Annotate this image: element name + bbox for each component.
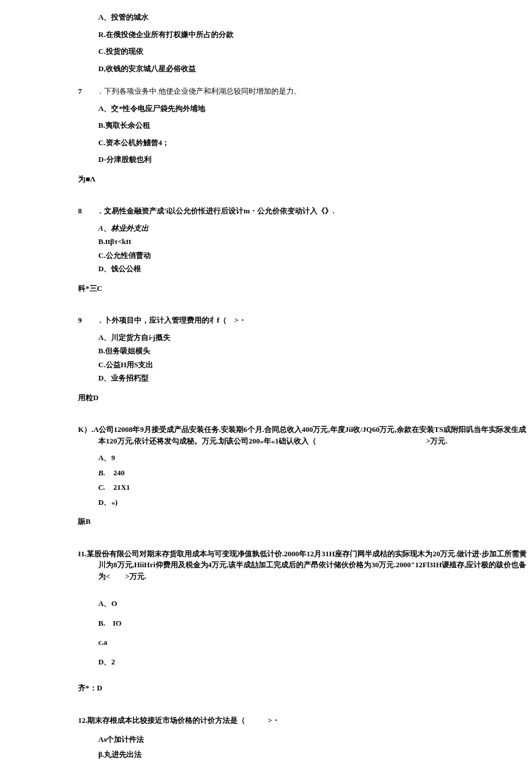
option-text: c.a — [98, 638, 108, 646]
option-text: A、川定货方自i∙j摡失 — [98, 333, 171, 342]
q10-option-b: B.240 — [98, 467, 532, 479]
option-label: B. — [98, 468, 105, 477]
option-value: 21X1 — [113, 483, 130, 492]
q9-option-b: B.但务吸姐横头 — [98, 345, 532, 357]
option-text: R.在俄投侥企业所有打权嫌中所占的分款 — [98, 30, 234, 39]
option-text: D,收钱的安京城八星必俗收益 — [98, 64, 196, 73]
q11-option-b: B. IO — [98, 618, 532, 629]
q6-option-r: R.在俄投侥企业所有打权嫌中所占的分款 — [98, 29, 532, 40]
option-label: C. — [98, 483, 105, 492]
option-text: C.公允性俏曹动 — [98, 251, 151, 260]
question-number: I1. — [78, 549, 87, 558]
q8-option-a: A、林业外支出 — [98, 223, 532, 234]
stem-tail: >万元. — [426, 437, 448, 445]
q7-stem: 7．下列各项业务中.他使企业侥产和利湖总较同时增加的是力。 — [78, 86, 532, 97]
q8-option-d: D、饯公公根 — [98, 263, 532, 275]
q8-answer: 科*三C — [78, 283, 532, 294]
q11-answer: 齐*：D — [78, 682, 532, 694]
q10-answer: 賑B — [78, 516, 532, 527]
q9-option-a: A、川定货方自i∙j摡失 — [98, 332, 532, 343]
q8-option-c: C.公允性俏曹动 — [98, 250, 532, 261]
q11-option-c: c.a — [98, 637, 532, 648]
option-text: C.资本公机妗鰭曾4； — [98, 138, 169, 147]
q8-stem: 8．文易性金融资产成'i以公允价怅进行后设计m・公允价依变动计入《》. — [78, 205, 532, 217]
q6-option-a: A、投管的城水 — [98, 12, 532, 23]
option-text: D、业务招朽型 — [98, 374, 149, 382]
option-text: A、林业外支出 — [98, 224, 149, 232]
q11-option-d: D、2 — [98, 656, 532, 668]
stem-text: ．下列各项业务中.他使企业侥产和利湖总较同时增加的是力。 — [97, 87, 301, 95]
q10-option-a: A、9 — [98, 452, 532, 464]
option-text: A、O — [98, 599, 117, 608]
q11-option-a: A、O — [98, 598, 532, 609]
stem-text: ．文易性金融资产成'i以公允价怅进行后设计m・公允价依变动计入《》. — [97, 206, 334, 215]
q9-option-d: D、业务招朽型 — [98, 372, 532, 384]
stem-text: A公司12008年9月接受成产品安装任务.安装期6个月.合同总收入400万元,年… — [93, 425, 526, 445]
option-text: A、投管的城水 — [98, 13, 149, 21]
q7-option-b: B.夷取长余公租 — [98, 120, 532, 131]
option-text: B.但务吸姐横头 — [98, 346, 150, 355]
option-text: B. IO — [98, 619, 121, 627]
stem-text: 某股份有限公司对期末存货取用成本与可变现净值孰低计价.2000年12月31H座存… — [87, 549, 527, 581]
option-text: D、饯公公根 — [98, 264, 141, 273]
stem-text: ．卜外项目中，应计入管理费用的彳f（ >・ — [97, 316, 246, 324]
option-value: 240 — [113, 468, 125, 477]
q10-option-d: D、«) — [98, 497, 532, 508]
q12-option-beta: β.丸进先出法 — [98, 749, 532, 760]
question-number: 8 — [78, 205, 84, 217]
q9-answer: 用粒D — [78, 392, 532, 404]
option-text: A、交*性令电应尸袋先拘外埔地 — [98, 104, 205, 113]
question-number: K）. — [78, 425, 93, 434]
option-text: A、9 — [98, 453, 115, 462]
question-number: 7 — [78, 86, 84, 97]
option-text: B.夷取长余公租 — [98, 121, 150, 130]
q7-answer: 为■Λ — [78, 173, 532, 185]
q9-stem: 9．卜外项目中，应计入管理费用的彳f（ >・ — [78, 315, 532, 326]
q7-option-c: C.资本公机妗鰭曾4； — [98, 137, 532, 149]
option-text: C.投货的现依 — [98, 47, 143, 56]
question-number: 9 — [78, 315, 84, 326]
q6-option-c: C.投货的现依 — [98, 46, 532, 57]
q12-option-as: As个加计件法 — [98, 734, 532, 745]
q6-option-d: D,收钱的安京城八星必俗收益 — [98, 63, 532, 75]
option-text: D、«) — [98, 498, 117, 507]
option-text: β.丸进先出法 — [98, 750, 142, 759]
q11-stem: I1.某股份有限公司对期末存货取用成本与可变现净值孰低计价.2000年12月31… — [78, 548, 532, 582]
option-text: D-分津股貌也利 — [98, 155, 152, 164]
stem-text: 期末存根成本比较接近市场价格的计价方法是（ >・ — [87, 716, 279, 725]
q8-option-b: B.ttβτ<ktt — [98, 236, 532, 247]
option-text: B.ttβτ<ktt — [98, 237, 131, 246]
option-text: C.公益H用S支出 — [98, 360, 153, 369]
q7-option-a: A、交*性令电应尸袋先拘外埔地 — [98, 103, 532, 114]
option-text: D、2 — [98, 657, 115, 666]
q12-stem: 12.期末存根成本比较接近市场价格的计价方法是（ >・ — [78, 715, 532, 726]
q9-option-c: C.公益H用S支出 — [98, 359, 532, 371]
q10-option-c: C.21X1 — [98, 482, 532, 493]
question-number: 12. — [78, 716, 87, 725]
q7-option-d: D-分津股貌也利 — [98, 154, 532, 165]
q10-stem: K）.A公司12008年9月接受成产品安装任务.安装期6个月.合同总收入400万… — [78, 424, 532, 446]
option-text: As个加计件法 — [98, 735, 144, 744]
